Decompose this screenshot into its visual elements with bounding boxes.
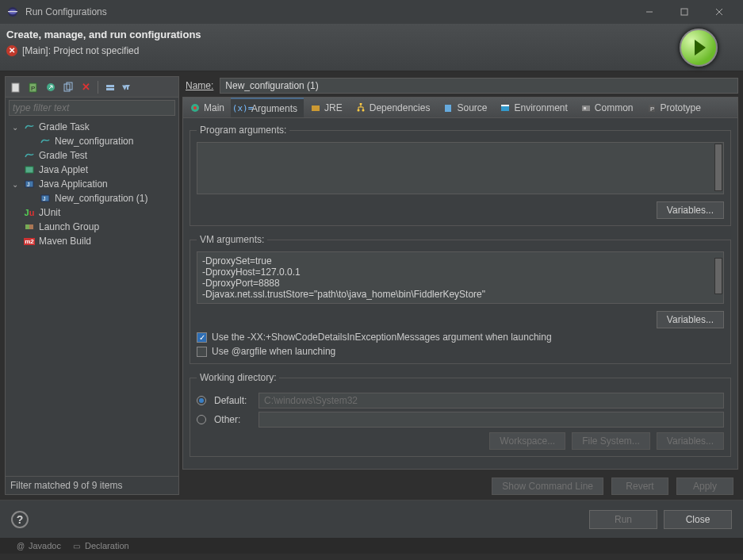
showcodedetails-checkbox[interactable]: ✓ [197, 332, 207, 343]
working-dir-default-radio[interactable] [197, 396, 206, 405]
dialog-title: Create, manage, and run configurations [6, 29, 680, 40]
vm-arguments-group: VM arguments: Variables... ✓ Use the -XX… [190, 234, 731, 364]
java-icon: J [39, 193, 52, 204]
tab-label: Source [457, 102, 487, 113]
working-dir-default-input [259, 393, 724, 408]
svg-rect-24 [312, 105, 320, 111]
showcodedetails-label: Use the -XX:+ShowCodeDetailsInExceptionM… [212, 332, 552, 343]
svg-rect-13 [106, 85, 114, 87]
chevron-down-icon[interactable]: ⌄ [10, 123, 20, 132]
junit-icon: Ju [23, 207, 36, 218]
vm-arguments-textarea[interactable] [197, 251, 724, 304]
error-icon: ✕ [6, 45, 17, 56]
tree-node-label: New_configuration [55, 136, 133, 147]
svg-point-25 [359, 103, 362, 105]
config-name-input[interactable] [220, 78, 738, 94]
argfile-label: Use @argfile when launching [212, 346, 335, 357]
chevron-down-icon[interactable]: ⌄ [10, 180, 20, 189]
svg-rect-32 [584, 107, 586, 109]
tree-node[interactable]: ⌄JJava Application [6, 177, 178, 191]
working-dir-variables-button[interactable]: Variables... [657, 432, 724, 450]
javadoc-view-tab[interactable]: @ Javadoc [16, 541, 61, 550]
gradle-icon [39, 136, 52, 147]
tree-node[interactable]: Launch Group [6, 220, 178, 234]
svg-rect-15 [25, 167, 33, 173]
tree-node-label: Java Application [39, 178, 108, 190]
new-prototype-icon[interactable]: P [26, 80, 40, 94]
config-tabbar: Main(x)=ArgumentsJREDependenciesSourceEn… [182, 97, 738, 117]
svg-point-27 [362, 109, 364, 111]
delete-icon[interactable]: ✕ [79, 80, 93, 94]
tree-node-label: Java Applet [39, 164, 88, 175]
tab-main[interactable]: Main [183, 98, 231, 117]
tree-node-label: New_configuration (1) [55, 193, 147, 204]
help-button[interactable]: ? [11, 511, 29, 528]
tree-toolbar: P ✕ ▾ [6, 77, 178, 98]
revert-button[interactable]: Revert [611, 478, 668, 495]
new-config-icon[interactable] [9, 80, 23, 94]
declaration-view-tab[interactable]: ▭ Declaration [72, 541, 129, 550]
svg-text:P: P [31, 85, 35, 92]
working-dir-other-label: Other: [214, 414, 251, 425]
window-maximize-button[interactable] [667, 0, 702, 24]
tree-node-label: Maven Build [39, 236, 91, 247]
environment-tab-icon [500, 102, 511, 113]
ide-bottom-strip: @ Javadoc ▭ Declaration [0, 538, 743, 554]
export-icon[interactable] [44, 80, 58, 94]
tab-label: JRE [324, 102, 343, 113]
tab-common[interactable]: Common [574, 98, 640, 117]
config-tree[interactable]: ⌄Gradle TaskNew_configurationGradle Test… [6, 118, 178, 476]
apply-button[interactable]: Apply [676, 478, 733, 495]
run-icon [680, 29, 718, 67]
tab-jre[interactable]: JRE [304, 98, 349, 117]
program-arguments-group: Program arguments: Variables... [190, 125, 731, 226]
program-arguments-textarea[interactable] [197, 142, 724, 194]
tab-dependencies[interactable]: Dependencies [349, 98, 437, 117]
close-button[interactable]: Close [664, 510, 732, 529]
svg-text:J: J [43, 196, 46, 201]
tree-node[interactable]: Gradle Test [6, 148, 178, 163]
argfile-checkbox[interactable] [197, 347, 207, 357]
applet-icon [23, 164, 36, 175]
workspace-button[interactable]: Workspace... [489, 432, 565, 450]
dialog-error-message: ✕ [Main]: Project not specified [6, 45, 680, 56]
tree-node-label: Gradle Test [39, 150, 87, 161]
vm-args-variables-button[interactable]: Variables... [657, 311, 724, 328]
tree-node[interactable]: m2Maven Build [6, 234, 178, 248]
eclipse-icon [6, 6, 19, 18]
window-close-button[interactable] [702, 0, 737, 24]
tab-prototype[interactable]: PPrototype [640, 98, 707, 117]
name-label: Name: [186, 80, 213, 91]
tree-node[interactable]: New_configuration [6, 134, 178, 148]
duplicate-icon[interactable] [61, 80, 75, 94]
error-text: [Main]: Project not specified [22, 45, 139, 56]
source-tab-icon [442, 102, 454, 113]
tree-node[interactable]: Java Applet [6, 163, 178, 177]
tree-node-label: JUnit [39, 207, 60, 218]
collapse-all-icon[interactable] [103, 80, 117, 94]
svg-rect-21 [29, 224, 33, 229]
tab-label: Environment [514, 102, 567, 113]
tree-node[interactable]: JuJUnit [6, 205, 178, 220]
tab-arguments[interactable]: (x)=Arguments [231, 98, 304, 117]
scrollbar-thumb[interactable] [714, 258, 722, 294]
tree-node[interactable]: JNew_configuration (1) [6, 191, 178, 205]
working-dir-other-radio[interactable] [197, 415, 206, 424]
window-minimize-button[interactable] [632, 0, 667, 24]
run-button[interactable]: Run [589, 510, 657, 529]
filesystem-button[interactable]: File System... [572, 432, 650, 450]
arguments-tab-icon: (x)= [237, 103, 248, 114]
program-args-variables-button[interactable]: Variables... [657, 201, 724, 219]
filter-icon[interactable]: ▾ [121, 80, 135, 94]
svg-rect-4 [681, 9, 687, 15]
tab-label: Dependencies [370, 102, 431, 113]
tree-filter-input[interactable] [9, 100, 175, 116]
tab-source[interactable]: Source [436, 98, 493, 117]
scrollbar-thumb[interactable] [714, 144, 722, 191]
tab-environment[interactable]: Environment [493, 98, 573, 117]
launchgroup-icon [23, 221, 36, 232]
working-dir-other-input[interactable] [259, 412, 724, 428]
show-command-line-button[interactable]: Show Command Line [492, 478, 603, 495]
tree-node[interactable]: ⌄Gradle Task [6, 120, 178, 134]
config-tree-panel: P ✕ ▾ ⌄Gradle TaskNew_configurationGradl… [5, 76, 179, 495]
